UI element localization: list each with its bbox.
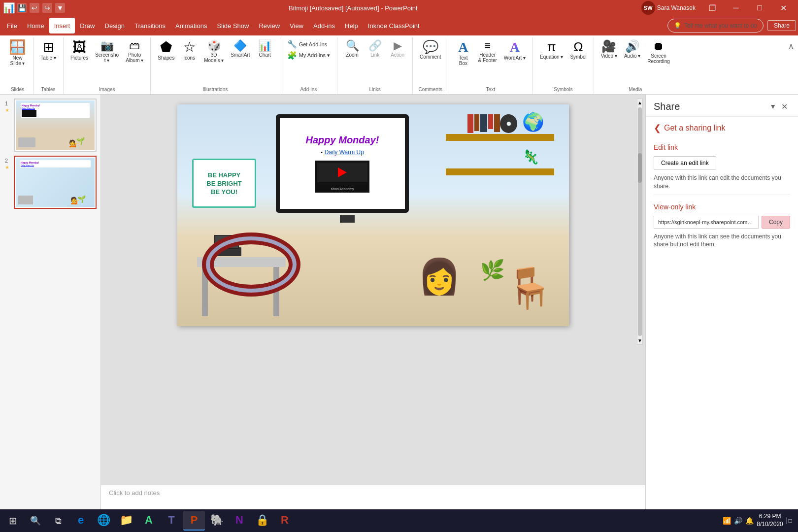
action-button[interactable]: ▶ Action (387, 38, 408, 60)
android-studio-app[interactable]: A (138, 511, 160, 531)
vpn-app[interactable]: 🔒 (251, 511, 273, 531)
menu-help[interactable]: Help (340, 18, 363, 33)
pictures-button[interactable]: 🖼 Pictures (67, 38, 91, 63)
chart-label: Chart (259, 52, 270, 58)
audio-icon: 🔊 (625, 40, 640, 52)
ribbon-group-media: 🎥 Video ▾ 🔊 Audio ▾ ⏺ ScreenRecording Me… (594, 37, 677, 94)
table-button[interactable]: ⊞ Table ▾ (37, 38, 59, 63)
menu-review[interactable]: Review (254, 18, 285, 33)
menu-view[interactable]: View (285, 18, 308, 33)
show-desktop-icon[interactable]: □ (786, 517, 792, 524)
notes-area[interactable]: Click to add notes (101, 485, 645, 509)
3d-models-button[interactable]: 🎲 3DModels ▾ (201, 38, 227, 65)
pictures-icon: 🖼 (72, 40, 86, 54)
symbol-button[interactable]: Ω Symbol (567, 38, 589, 62)
edge-app[interactable]: e (70, 511, 92, 531)
screen-recording-button[interactable]: ⏺ ScreenRecording (644, 38, 673, 66)
menu-design[interactable]: Design (100, 18, 130, 33)
save-icon[interactable]: 💾 (17, 3, 27, 13)
powerpoint-app[interactable]: P (183, 511, 205, 531)
edit-link-section: Edit link Create an edit link Anyone wit… (646, 135, 798, 195)
user-avatar[interactable]: SW (641, 1, 655, 15)
equation-button[interactable]: π Equation ▾ (537, 38, 566, 62)
menu-animations[interactable]: Animations (170, 18, 212, 33)
comment-button[interactable]: 💬 Comment (417, 38, 444, 62)
share-panel-dropdown[interactable]: ▼ (769, 102, 776, 110)
smartart-button[interactable]: 🔷 SmartArt (228, 38, 253, 60)
menu-file[interactable]: File (2, 18, 22, 33)
onenote-app[interactable]: N (229, 511, 250, 531)
titlebar-title: Bitmoji [Autosaved] [Autosaved] - PowerP… (65, 4, 641, 12)
customize-icon[interactable]: ▼ (55, 3, 65, 13)
copy-link-button[interactable]: Copy (762, 216, 790, 229)
chrome-app[interactable]: 🌐 (93, 511, 114, 531)
photo-album-button[interactable]: 🗃 PhotoAlbum ▾ (123, 38, 146, 65)
close-button[interactable]: ✕ (772, 0, 794, 16)
icons-button[interactable]: ☆ Icons (178, 38, 200, 63)
network-icon: 📶 (723, 517, 731, 525)
redo-icon[interactable]: ↪ (42, 3, 52, 13)
notification-icon[interactable]: 🔔 (745, 517, 754, 525)
red-app[interactable]: R (274, 511, 296, 531)
volume-icon: 🔊 (734, 517, 742, 525)
menu-inknoe[interactable]: Inknoe ClassPoint (363, 18, 425, 33)
slide-1-star: ★ (5, 107, 9, 113)
search-button[interactable]: 🔍 (25, 511, 46, 531)
get-addins-button[interactable]: 🔧 Get Add-ins (284, 38, 333, 50)
video-label: Video ▾ (601, 53, 617, 59)
chart-button[interactable]: 📊 Chart (254, 38, 276, 60)
new-slide-button[interactable]: 🪟 NewSlide ▾ (6, 38, 29, 68)
wordart-button[interactable]: A WordArt ▾ (501, 38, 529, 63)
maximize-button[interactable]: □ (749, 0, 770, 16)
monitor-screen: Happy Monday! • Daily Warm Up Khan Acade… (280, 118, 405, 209)
share-button[interactable]: Share (767, 20, 796, 31)
menu-home[interactable]: Home (22, 18, 49, 33)
evernote-app[interactable]: 🐘 (206, 511, 228, 531)
undo-icon[interactable]: ↩ (30, 3, 39, 13)
table-label: Table ▾ (40, 55, 56, 61)
share-back-button[interactable]: ❮ Get a sharing link (646, 117, 798, 135)
globe: 🌍 (522, 112, 544, 133)
file-explorer-app[interactable]: 📁 (115, 511, 137, 531)
video-button[interactable]: 🎥 Video ▾ (598, 38, 620, 61)
link-button[interactable]: 🔗 Link (364, 38, 386, 60)
ribbon-collapse-button[interactable]: ∧ (786, 39, 796, 53)
screenshot-button[interactable]: 📷 Screenshot ▾ (92, 38, 122, 65)
scroll-down-button[interactable]: ▼ (636, 337, 643, 344)
start-button[interactable]: ⊞ (2, 511, 24, 531)
view-link-input[interactable] (654, 216, 759, 229)
teams-app[interactable]: T (161, 511, 182, 531)
my-addins-button[interactable]: 🧩 My Add-ins ▾ (284, 50, 333, 61)
shapes-button[interactable]: ⬟ Shapes (155, 38, 177, 63)
menu-draw[interactable]: Draw (75, 18, 100, 33)
warmup-link[interactable]: Daily Warm Up (325, 149, 364, 156)
audio-button[interactable]: 🔊 Audio ▾ (621, 38, 643, 61)
menu-slideshow[interactable]: Slide Show (212, 18, 254, 33)
slide-panel: 1 ★ Happy Monday! Daily Warm Up 🌱 💁 2 (0, 95, 101, 509)
zoom-label: Zoom (346, 52, 359, 58)
menu-addins[interactable]: Add-ins (308, 18, 340, 33)
menu-transitions[interactable]: Transitions (130, 18, 170, 33)
zoom-button[interactable]: 🔍 Zoom (341, 38, 363, 60)
text-box-button[interactable]: A TextBox (452, 38, 474, 68)
minimize-button[interactable]: ─ (725, 0, 747, 16)
restore-button[interactable]: ❐ (701, 0, 723, 16)
ribbon-group-slides: 🪟 NewSlide ▾ Slides (2, 37, 33, 94)
user-name: Sara Wanasek (657, 4, 696, 11)
taskview-button[interactable]: ⧉ (47, 511, 69, 531)
menu-insert[interactable]: Insert (49, 18, 75, 33)
symbol-label: Symbol (570, 54, 586, 60)
tell-me-box[interactable]: 💡 Tell me what you want to do (667, 19, 764, 33)
slide-1-thumb[interactable]: Happy Monday! Daily Warm Up 🌱 💁 (14, 99, 97, 152)
slide-scroll[interactable]: ▲ ▼ (101, 95, 645, 485)
scroll-up-button[interactable]: ▲ (636, 99, 643, 106)
create-edit-link-button[interactable]: Create an edit link (654, 156, 716, 170)
slide-2-thumb[interactable]: Happy Monday! Daily Warm Up 🌱 💁 (14, 156, 97, 209)
date-display: 8/10/2020 (757, 521, 783, 529)
wordart-label: WordArt ▾ (504, 55, 526, 61)
ribbon-group-symbols: π Equation ▾ Ω Symbol Symbols (533, 37, 594, 94)
share-close-button[interactable]: ✕ (778, 100, 790, 112)
smartart-label: SmartArt (231, 52, 250, 58)
khan-video[interactable]: Khan Academy (315, 161, 369, 193)
header-footer-button[interactable]: ≡ Header& Footer (475, 38, 499, 65)
